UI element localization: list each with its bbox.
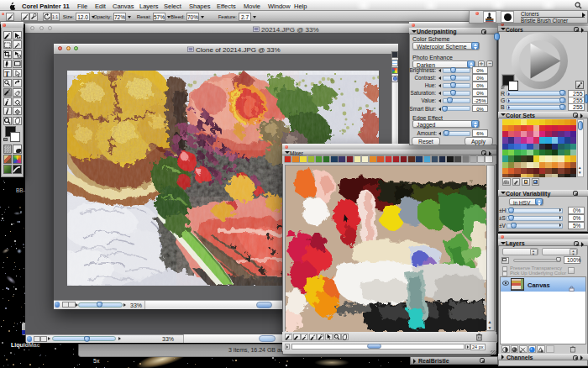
svg-text:T: T [4, 70, 9, 77]
